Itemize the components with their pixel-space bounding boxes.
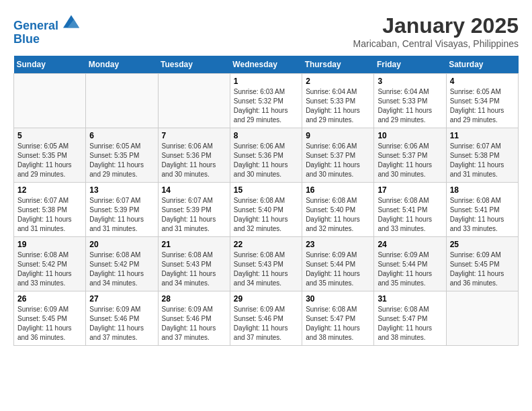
day-info: Sunrise: 6:08 AMSunset: 5:43 PMDaylight:…	[234, 250, 298, 288]
calendar-cell: 11Sunrise: 6:07 AMSunset: 5:38 PMDayligh…	[446, 128, 518, 183]
day-info: Sunrise: 6:06 AMSunset: 5:37 PMDaylight:…	[306, 142, 370, 179]
calendar-cell: 15Sunrise: 6:08 AMSunset: 5:40 PMDayligh…	[230, 183, 302, 237]
day-number: 26	[17, 294, 82, 304]
day-number: 28	[162, 294, 226, 304]
day-number: 20	[89, 240, 154, 249]
day-info: Sunrise: 6:04 AMSunset: 5:33 PMDaylight:…	[306, 87, 370, 125]
day-info: Sunrise: 6:08 AMSunset: 5:42 PMDaylight:…	[89, 250, 154, 288]
day-number: 22	[234, 240, 298, 249]
day-info: Sunrise: 6:09 AMSunset: 5:45 PMDaylight:…	[17, 305, 82, 342]
calendar-cell: 30Sunrise: 6:08 AMSunset: 5:47 PMDayligh…	[302, 291, 374, 346]
day-number: 4	[450, 77, 515, 86]
day-info: Sunrise: 6:09 AMSunset: 5:44 PMDaylight:…	[378, 250, 442, 288]
day-info: Sunrise: 6:03 AMSunset: 5:32 PMDaylight:…	[234, 87, 298, 125]
calendar-cell: 5Sunrise: 6:05 AMSunset: 5:35 PMDaylight…	[14, 128, 86, 183]
calendar-cell: 12Sunrise: 6:07 AMSunset: 5:38 PMDayligh…	[14, 183, 86, 237]
day-number: 25	[450, 240, 515, 249]
header-row: SundayMondayTuesdayWednesdayThursdayFrid…	[14, 56, 519, 74]
day-number: 12	[17, 185, 82, 195]
calendar-cell: 10Sunrise: 6:06 AMSunset: 5:37 PMDayligh…	[374, 128, 446, 183]
calendar-cell: 19Sunrise: 6:08 AMSunset: 5:42 PMDayligh…	[14, 237, 86, 291]
day-number: 30	[306, 294, 370, 304]
day-info: Sunrise: 6:08 AMSunset: 5:47 PMDaylight:…	[306, 305, 370, 342]
calendar-cell: 13Sunrise: 6:07 AMSunset: 5:39 PMDayligh…	[86, 183, 158, 237]
day-info: Sunrise: 6:06 AMSunset: 5:36 PMDaylight:…	[162, 142, 226, 179]
calendar-cell: 6Sunrise: 6:05 AMSunset: 5:35 PMDaylight…	[86, 128, 158, 183]
calendar-cell: 28Sunrise: 6:09 AMSunset: 5:46 PMDayligh…	[158, 291, 230, 346]
day-info: Sunrise: 6:08 AMSunset: 5:42 PMDaylight:…	[17, 250, 82, 288]
day-info: Sunrise: 6:09 AMSunset: 5:44 PMDaylight:…	[306, 250, 370, 288]
day-info: Sunrise: 6:09 AMSunset: 5:46 PMDaylight:…	[162, 305, 226, 342]
header-tuesday: Tuesday	[158, 56, 230, 74]
day-info: Sunrise: 6:07 AMSunset: 5:38 PMDaylight:…	[17, 196, 82, 234]
calendar-cell: 2Sunrise: 6:04 AMSunset: 5:33 PMDaylight…	[302, 74, 374, 128]
calendar-cell: 27Sunrise: 6:09 AMSunset: 5:46 PMDayligh…	[86, 291, 158, 346]
month-title: January 2025	[353, 13, 519, 38]
day-info: Sunrise: 6:09 AMSunset: 5:46 PMDaylight:…	[234, 305, 298, 342]
day-number: 2	[306, 77, 370, 86]
day-info: Sunrise: 6:08 AMSunset: 5:43 PMDaylight:…	[162, 250, 226, 288]
day-number: 24	[378, 240, 442, 249]
day-info: Sunrise: 6:05 AMSunset: 5:35 PMDaylight:…	[89, 142, 154, 179]
logo-icon	[63, 13, 79, 30]
day-info: Sunrise: 6:09 AMSunset: 5:46 PMDaylight:…	[89, 305, 154, 342]
day-number: 9	[306, 131, 370, 140]
day-number: 8	[234, 131, 298, 140]
day-info: Sunrise: 6:08 AMSunset: 5:41 PMDaylight:…	[450, 196, 515, 234]
day-info: Sunrise: 6:09 AMSunset: 5:45 PMDaylight:…	[450, 250, 515, 288]
day-number: 23	[306, 240, 370, 249]
calendar-cell	[446, 291, 518, 346]
title-block: January 2025 Maricaban, Central Visayas,…	[353, 13, 519, 49]
week-row-2: 5Sunrise: 6:05 AMSunset: 5:35 PMDaylight…	[14, 128, 519, 183]
day-number: 21	[162, 240, 226, 249]
day-number: 10	[378, 131, 442, 140]
week-row-4: 19Sunrise: 6:08 AMSunset: 5:42 PMDayligh…	[14, 237, 519, 291]
day-number: 29	[234, 294, 298, 304]
header-thursday: Thursday	[302, 56, 374, 74]
header-saturday: Saturday	[446, 56, 518, 74]
day-number: 7	[162, 131, 226, 140]
day-info: Sunrise: 6:05 AMSunset: 5:35 PMDaylight:…	[17, 142, 82, 179]
logo: General Blue	[13, 13, 79, 46]
header-friday: Friday	[374, 56, 446, 74]
header-sunday: Sunday	[14, 56, 86, 74]
day-number: 11	[450, 131, 515, 140]
day-number: 16	[306, 185, 370, 195]
calendar-cell: 25Sunrise: 6:09 AMSunset: 5:45 PMDayligh…	[446, 237, 518, 291]
calendar-cell: 21Sunrise: 6:08 AMSunset: 5:43 PMDayligh…	[158, 237, 230, 291]
calendar-cell: 31Sunrise: 6:08 AMSunset: 5:47 PMDayligh…	[374, 291, 446, 346]
calendar-cell: 4Sunrise: 6:05 AMSunset: 5:34 PMDaylight…	[446, 74, 518, 128]
day-info: Sunrise: 6:07 AMSunset: 5:39 PMDaylight:…	[162, 196, 226, 234]
calendar-cell: 7Sunrise: 6:06 AMSunset: 5:36 PMDaylight…	[158, 128, 230, 183]
calendar-cell: 8Sunrise: 6:06 AMSunset: 5:36 PMDaylight…	[230, 128, 302, 183]
day-info: Sunrise: 6:06 AMSunset: 5:37 PMDaylight:…	[378, 142, 442, 179]
day-number: 31	[378, 294, 442, 304]
day-info: Sunrise: 6:06 AMSunset: 5:36 PMDaylight:…	[234, 142, 298, 179]
week-row-1: 1Sunrise: 6:03 AMSunset: 5:32 PMDaylight…	[14, 74, 519, 128]
calendar-cell: 23Sunrise: 6:09 AMSunset: 5:44 PMDayligh…	[302, 237, 374, 291]
calendar-cell	[158, 74, 230, 128]
logo-text: General	[13, 13, 79, 33]
day-info: Sunrise: 6:07 AMSunset: 5:38 PMDaylight:…	[450, 142, 515, 179]
page-header: General Blue January 2025 Maricaban, Cen…	[13, 13, 519, 49]
calendar-cell: 14Sunrise: 6:07 AMSunset: 5:39 PMDayligh…	[158, 183, 230, 237]
calendar-cell	[86, 74, 158, 128]
day-number: 19	[17, 240, 82, 249]
day-info: Sunrise: 6:07 AMSunset: 5:39 PMDaylight:…	[89, 196, 154, 234]
logo-general: General	[13, 19, 58, 32]
calendar-cell: 26Sunrise: 6:09 AMSunset: 5:45 PMDayligh…	[14, 291, 86, 346]
calendar-cell: 1Sunrise: 6:03 AMSunset: 5:32 PMDaylight…	[230, 74, 302, 128]
location: Maricaban, Central Visayas, Philippines	[353, 38, 519, 49]
calendar-cell: 29Sunrise: 6:09 AMSunset: 5:46 PMDayligh…	[230, 291, 302, 346]
calendar-cell: 22Sunrise: 6:08 AMSunset: 5:43 PMDayligh…	[230, 237, 302, 291]
day-number: 3	[378, 77, 442, 86]
day-number: 14	[162, 185, 226, 195]
calendar-cell: 18Sunrise: 6:08 AMSunset: 5:41 PMDayligh…	[446, 183, 518, 237]
header-wednesday: Wednesday	[230, 56, 302, 74]
calendar-cell: 24Sunrise: 6:09 AMSunset: 5:44 PMDayligh…	[374, 237, 446, 291]
day-number: 5	[17, 131, 82, 140]
header-monday: Monday	[86, 56, 158, 74]
day-number: 15	[234, 185, 298, 195]
calendar-cell	[14, 74, 86, 128]
day-number: 6	[89, 131, 154, 140]
